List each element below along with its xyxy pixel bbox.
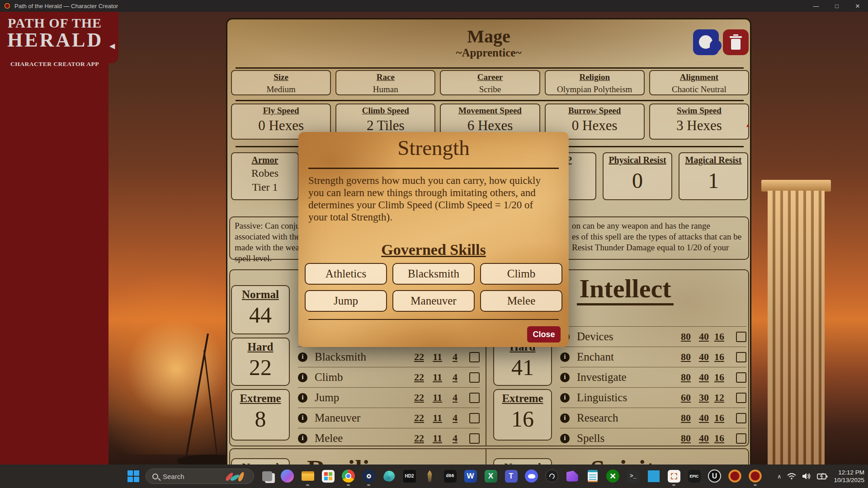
- skill-extreme-link[interactable]: 4: [447, 392, 458, 404]
- skill-normal-link[interactable]: 22: [408, 412, 424, 424]
- armor-card[interactable]: Armor Robes Tier 1: [231, 152, 299, 200]
- taskbar-clock[interactable]: 12:12 PM 10/13/2025: [834, 469, 864, 484]
- skill-normal-link[interactable]: 80: [675, 412, 691, 424]
- chrome-icon[interactable]: [341, 469, 355, 483]
- skill-checkbox[interactable]: [469, 372, 480, 383]
- close-window-button[interactable]: ✕: [847, 0, 868, 12]
- strength-extreme-card[interactable]: Extreme 8: [231, 389, 290, 441]
- skill-extreme-link[interactable]: 16: [713, 331, 724, 343]
- swim-speed-card[interactable]: Swim Speed3 Hexes: [649, 103, 749, 140]
- skill-normal-link[interactable]: 22: [408, 432, 424, 444]
- governed-skill-melee[interactable]: Melee: [480, 290, 562, 312]
- size-card[interactable]: SizeMedium: [231, 70, 331, 95]
- maximize-button[interactable]: □: [826, 0, 847, 12]
- governed-skill-athletics[interactable]: Athletics: [305, 263, 387, 285]
- skill-extreme-link[interactable]: 4: [447, 351, 458, 363]
- taskbar-search[interactable]: [146, 469, 254, 484]
- unreal-engine-icon[interactable]: U: [708, 469, 722, 483]
- skill-hard-link[interactable]: 11: [429, 351, 442, 363]
- info-icon[interactable]: i: [560, 434, 570, 443]
- info-icon[interactable]: i: [298, 413, 307, 423]
- alignment-card[interactable]: AlignmentChaotic Neutral: [649, 70, 749, 95]
- career-card[interactable]: CareerScribe: [440, 70, 540, 95]
- xbox-icon[interactable]: ✕: [606, 469, 620, 483]
- skill-checkbox[interactable]: [736, 372, 746, 383]
- skill-normal-link[interactable]: 80: [675, 331, 691, 343]
- governed-skill-blacksmith[interactable]: Blacksmith: [392, 263, 475, 285]
- copilot-icon[interactable]: [280, 469, 294, 483]
- skill-checkbox[interactable]: [469, 393, 480, 403]
- skill-extreme-link[interactable]: 16: [713, 371, 724, 383]
- skill-hard-link[interactable]: 30: [695, 392, 709, 404]
- strength-hard-card[interactable]: Hard 22: [231, 338, 290, 386]
- wifi-icon[interactable]: [787, 473, 796, 480]
- skill-extreme-link[interactable]: 12: [713, 392, 724, 404]
- sidebar-collapse-icon[interactable]: ◀: [109, 42, 115, 50]
- skill-hard-link[interactable]: 11: [429, 371, 442, 383]
- skill-extreme-link[interactable]: 4: [447, 371, 458, 383]
- snipping-tool-icon[interactable]: [667, 469, 681, 483]
- physical-resist-card[interactable]: Physical Resist 0: [603, 152, 672, 200]
- skill-hard-link[interactable]: 40: [695, 432, 709, 444]
- skill-normal-link[interactable]: 80: [675, 371, 691, 383]
- word-icon[interactable]: W: [463, 469, 477, 483]
- epic-games-icon[interactable]: EPIC: [687, 469, 701, 483]
- dark-mode-button[interactable]: [693, 29, 719, 55]
- notepad-icon[interactable]: [585, 469, 599, 483]
- skill-checkbox[interactable]: [736, 433, 746, 444]
- skill-normal-link[interactable]: 80: [675, 351, 691, 363]
- volume-icon[interactable]: [802, 473, 811, 480]
- discord-icon[interactable]: [524, 469, 538, 483]
- skill-extreme-link[interactable]: 16: [713, 412, 724, 424]
- helldivers2-icon[interactable]: HD2: [402, 469, 416, 483]
- governed-skill-maneuver[interactable]: Maneuver: [392, 290, 475, 312]
- tornado-game-icon[interactable]: [382, 469, 396, 483]
- task-view-icon[interactable]: [260, 469, 274, 483]
- skill-checkbox[interactable]: [736, 352, 746, 362]
- battery-icon[interactable]: [817, 473, 828, 480]
- skill-normal-link[interactable]: 80: [675, 432, 691, 444]
- skill-hard-link[interactable]: 11: [429, 412, 442, 424]
- info-icon[interactable]: i: [560, 352, 570, 362]
- intellect-extreme-card[interactable]: Extreme 16: [493, 389, 552, 441]
- d66-dice-icon[interactable]: d66: [443, 469, 457, 483]
- skill-hard-link[interactable]: 40: [695, 371, 709, 383]
- skill-normal-link[interactable]: 60: [675, 392, 691, 404]
- info-icon[interactable]: i: [298, 434, 307, 443]
- governed-skill-jump[interactable]: Jump: [305, 290, 387, 312]
- info-icon[interactable]: i: [560, 373, 570, 382]
- close-modal-button[interactable]: Close: [527, 326, 561, 343]
- skill-extreme-link[interactable]: 4: [447, 432, 458, 444]
- clipchamp-icon[interactable]: [565, 469, 579, 483]
- tray-chevron-icon[interactable]: ∧: [777, 473, 782, 480]
- minimize-button[interactable]: —: [806, 0, 826, 12]
- magical-resist-card[interactable]: Magical Resist 1: [679, 152, 748, 200]
- skill-extreme-link[interactable]: 16: [713, 432, 724, 444]
- governed-skill-climb[interactable]: Climb: [480, 263, 562, 285]
- skill-checkbox[interactable]: [469, 352, 480, 362]
- path-of-herald-icon-2[interactable]: [748, 469, 762, 483]
- vscode-icon[interactable]: [646, 469, 660, 483]
- info-icon[interactable]: i: [560, 413, 570, 423]
- skill-checkbox[interactable]: [736, 393, 746, 403]
- start-button[interactable]: [127, 470, 139, 482]
- skill-hard-link[interactable]: 40: [695, 412, 709, 424]
- skill-extreme-link[interactable]: 16: [713, 351, 724, 363]
- skill-checkbox[interactable]: [469, 413, 480, 423]
- info-icon[interactable]: i: [298, 352, 307, 362]
- skill-hard-link[interactable]: 40: [695, 331, 709, 343]
- knight-game-icon[interactable]: [423, 469, 437, 483]
- delete-character-button[interactable]: [723, 29, 749, 55]
- skill-normal-link[interactable]: 22: [408, 392, 424, 404]
- steam-icon[interactable]: [362, 469, 376, 483]
- skill-checkbox[interactable]: [736, 413, 746, 423]
- strength-normal-card[interactable]: Normal 44: [231, 285, 290, 334]
- file-explorer-icon[interactable]: [301, 469, 315, 483]
- teams-icon[interactable]: T: [504, 469, 518, 483]
- microsoft-store-icon[interactable]: [321, 469, 335, 483]
- skill-hard-link[interactable]: 11: [429, 392, 442, 404]
- religion-card[interactable]: ReligionOlympian Polytheism: [545, 70, 645, 95]
- skill-hard-link[interactable]: 40: [695, 351, 709, 363]
- skill-normal-link[interactable]: 22: [408, 371, 424, 383]
- search-input[interactable]: [163, 473, 217, 480]
